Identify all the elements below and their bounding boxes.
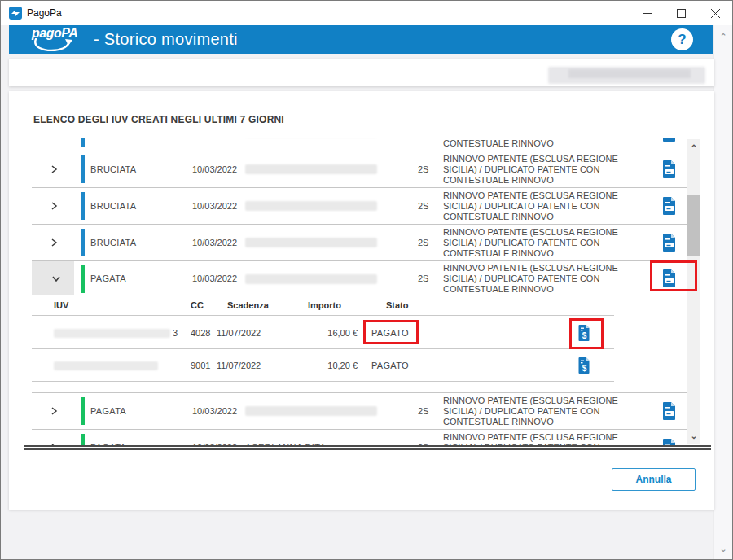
row-date: 10/03/2022 bbox=[192, 188, 237, 224]
table-row-expanded[interactable]: PAGATA 10/03/2022 2S RINNOVO PATENTE (ES… bbox=[32, 261, 687, 295]
scadenza-value: 11/07/2022 bbox=[217, 317, 261, 348]
window-scrollbar[interactable]: ⌃ ⌄ bbox=[713, 25, 732, 560]
svg-text:$: $ bbox=[582, 364, 586, 373]
document-icon[interactable] bbox=[659, 225, 680, 260]
row-description: RINNOVO PATENTE (ESCLUSA REGIONE SICILIA… bbox=[443, 138, 653, 151]
payer-name: ACERI ANNA RITA bbox=[245, 430, 326, 445]
close-icon[interactable] bbox=[698, 1, 732, 25]
detail-row: 9001 11/07/2022 10,20 € PAGATO $ bbox=[32, 349, 614, 382]
list-bottom-border bbox=[24, 445, 711, 450]
chevron-right-icon[interactable] bbox=[40, 393, 68, 429]
maximize-icon[interactable] bbox=[664, 1, 698, 25]
document-icon[interactable] bbox=[659, 138, 680, 151]
row-date: 10/03/2022 bbox=[192, 261, 237, 295]
redacted-iuv bbox=[54, 329, 170, 338]
logo-swoosh-icon bbox=[30, 38, 74, 55]
row-date: 10/03/2022 bbox=[192, 151, 237, 187]
status-label: BRUCIATA bbox=[90, 138, 136, 151]
service-code: 2S bbox=[418, 225, 428, 260]
status-bar bbox=[81, 155, 85, 183]
list-scroll-down-icon[interactable]: ⌄ bbox=[687, 431, 700, 440]
col-header-cc: CC bbox=[191, 300, 204, 310]
row-date: 10/03/2022 bbox=[192, 138, 237, 151]
chevron-right-icon[interactable] bbox=[40, 151, 68, 187]
redacted-name bbox=[245, 164, 377, 174]
cc-value: 4028 bbox=[191, 317, 210, 348]
receipt-dollar-icon[interactable]: $ bbox=[573, 356, 595, 375]
list-heading: ELENCO DEGLI IUV CREATI NEGLI ULTIMI 7 G… bbox=[33, 114, 284, 125]
row-description: RINNOVO PATENTE (ESCLUSA REGIONE SICILIA… bbox=[443, 188, 653, 224]
list-scrollbar[interactable]: ⌃ ⌄ bbox=[687, 139, 700, 444]
col-header-scadenza: Scadenza bbox=[227, 300, 269, 310]
detail-row: 3 4028 11/07/2022 16,00 € PAGATO $ bbox=[32, 317, 614, 349]
status-label: BRUCIATA bbox=[90, 188, 136, 224]
chevron-down-icon[interactable] bbox=[46, 261, 66, 295]
document-icon[interactable] bbox=[659, 393, 680, 429]
chevron-right-icon[interactable] bbox=[40, 430, 68, 445]
expanded-chevron-cell[interactable] bbox=[32, 261, 74, 295]
redacted-name bbox=[245, 406, 377, 416]
pagopa-logo: pagoPA bbox=[30, 28, 81, 52]
row-date: 10/03/2022 bbox=[192, 393, 237, 429]
scroll-down-icon[interactable]: ⌄ bbox=[714, 544, 732, 554]
iuv-detail-table: IUV CC Scadenza Importo Stato 3 4028 11/… bbox=[32, 295, 687, 393]
status-label: PAGATA bbox=[90, 393, 126, 429]
list-scroll-up-icon[interactable]: ⌃ bbox=[687, 143, 700, 152]
window-title: PagoPa bbox=[27, 7, 62, 19]
detail-table-header: IUV CC Scadenza Importo Stato bbox=[32, 295, 614, 316]
help-icon[interactable]: ? bbox=[671, 28, 693, 50]
row-description: RINNOVO PATENTE (ESCLUSA REGIONE SICILIA… bbox=[443, 151, 653, 187]
row-description: RINNOVO PATENTE (ESCLUSA REGIONE SICILIA… bbox=[443, 225, 653, 260]
importo-value: 16,00 € bbox=[301, 317, 358, 348]
status-bar bbox=[81, 138, 85, 147]
table-row[interactable]: PAGATA 10/03/2022 2S RINNOVO PATENTE (ES… bbox=[32, 393, 687, 430]
table-row[interactable]: BRUCIATA 10/03/2022 2S RINNOVO PATENTE (… bbox=[32, 188, 687, 225]
redacted-name bbox=[245, 201, 377, 211]
document-icon[interactable] bbox=[659, 151, 680, 187]
receipt-dollar-icon[interactable]: $ bbox=[573, 323, 595, 343]
cancel-button[interactable]: Annulla bbox=[612, 468, 696, 491]
table-row[interactable]: BRUCIATA 10/03/2022 2S RINNOVO PATENTE (… bbox=[32, 225, 687, 261]
service-code: 2S bbox=[418, 188, 428, 224]
document-icon[interactable] bbox=[659, 261, 680, 295]
status-label: BRUCIATA bbox=[90, 225, 136, 260]
app-window: PagoPa pagoPA - Storico movimenti ? ⌃ ⌄ bbox=[0, 0, 733, 560]
pagopa-app-icon bbox=[9, 7, 22, 20]
iuv-suffix: 3 bbox=[173, 317, 178, 348]
stato-value: PAGATO bbox=[371, 349, 409, 381]
svg-text:$: $ bbox=[582, 331, 586, 340]
user-info-strip bbox=[9, 59, 714, 86]
status-label: PAGATA bbox=[90, 261, 126, 295]
cc-value: 9001 bbox=[191, 349, 210, 381]
title-bar: PagoPa bbox=[1, 1, 732, 25]
redacted-name bbox=[245, 274, 377, 284]
redacted-iuv bbox=[54, 361, 158, 370]
list-scrollbar-thumb[interactable] bbox=[687, 195, 700, 256]
row-description: RINNOVO PATENTE (ESCLUSA REGIONE SICILIA… bbox=[443, 430, 653, 445]
col-header-iuv: IUV bbox=[54, 300, 68, 310]
minimize-icon[interactable] bbox=[630, 1, 664, 25]
service-code: 2S bbox=[418, 430, 428, 445]
status-bar bbox=[81, 192, 85, 220]
table-row[interactable]: PAGATA 10/03/2022 ACERI ANNA RITA 2S RIN… bbox=[32, 430, 687, 445]
chevron-right-icon[interactable] bbox=[40, 225, 68, 260]
importo-value: 10,20 € bbox=[301, 349, 358, 381]
chevron-right-icon[interactable] bbox=[40, 138, 68, 151]
stato-value: PAGATO bbox=[371, 317, 409, 348]
service-code: 2S bbox=[418, 151, 428, 187]
status-bar bbox=[81, 434, 85, 445]
row-description: RINNOVO PATENTE (ESCLUSA REGIONE SICILIA… bbox=[443, 261, 653, 295]
status-bar bbox=[81, 265, 85, 293]
scadenza-value: 11/07/2022 bbox=[217, 349, 261, 381]
scroll-up-icon[interactable]: ⌃ bbox=[714, 32, 732, 42]
service-code: 2S bbox=[418, 393, 428, 429]
document-icon[interactable] bbox=[659, 188, 680, 224]
service-code: 2S bbox=[418, 138, 428, 151]
table-row[interactable]: BRUCIATA 10/03/2022 2S RINNOVO PATENTE (… bbox=[32, 138, 687, 151]
row-description: RINNOVO PATENTE (ESCLUSA REGIONE SICILIA… bbox=[443, 393, 653, 429]
status-bar bbox=[81, 229, 85, 256]
iuv-list: BRUCIATA 10/03/2022 2S RINNOVO PATENTE (… bbox=[32, 138, 687, 445]
document-icon[interactable] bbox=[659, 430, 680, 445]
table-row[interactable]: BRUCIATA 10/03/2022 2S RINNOVO PATENTE (… bbox=[32, 151, 687, 188]
chevron-right-icon[interactable] bbox=[40, 188, 68, 224]
